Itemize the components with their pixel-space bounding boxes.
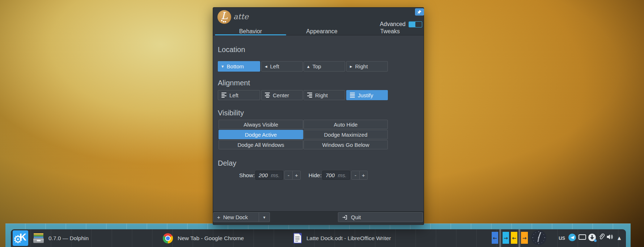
tab-appearance[interactable]: Appearance (286, 27, 357, 35)
task-title: 0.7.0 — Dolphin (48, 235, 89, 242)
tray-expander-up-icon[interactable]: ▲ (618, 235, 621, 240)
location-top-label: Top (313, 63, 321, 69)
quit-exit-icon (342, 214, 348, 220)
location-right-button[interactable]: ▸ Right (346, 61, 388, 72)
app-title: atte (233, 12, 249, 21)
latte-logo-dot (225, 21, 226, 22)
hide-delay-unit: ms. (338, 172, 347, 178)
pager-divider (499, 229, 501, 247)
archive-strip (34, 233, 43, 235)
display-icon[interactable] (579, 234, 586, 240)
window-footer: + New Dock ▾ Quit (213, 211, 424, 225)
arrow-right-icon: → (522, 235, 527, 240)
latte-settings-window: L atte Advanced Behavior Appearance Twea… (213, 7, 424, 225)
plus-icon: + (217, 214, 220, 220)
align-center-label: Center (273, 92, 289, 98)
quit-button[interactable]: Quit (338, 212, 423, 222)
latte-logo-dot (221, 20, 223, 21)
archive-handle (37, 240, 41, 242)
location-left-button[interactable]: ◂ Left (261, 61, 303, 72)
libreoffice-writer-icon (293, 233, 302, 243)
analog-clock[interactable] (531, 230, 547, 246)
archive-strip (34, 235, 43, 237)
show-delay-label: Show: (235, 172, 255, 179)
hide-delay-decrease-button[interactable]: - (352, 171, 359, 179)
visibility-windows-go-below-button[interactable]: Windows Go Below (304, 140, 388, 149)
hide-delay-label: Hide: (304, 172, 322, 179)
volume-icon[interactable] (606, 234, 614, 241)
latte-dock-panel: ⚙ K 0.7.0 — Dolphin New Tab - Google Chr… (11, 229, 626, 247)
latte-logo-icon: L (217, 10, 231, 24)
taskbar-item-dolphin[interactable]: 0.7.0 — Dolphin (33, 229, 89, 247)
align-center-button[interactable]: Center (261, 90, 303, 100)
align-left-icon (221, 93, 226, 98)
triangle-right-icon: ▸ (350, 64, 352, 69)
page-fold (298, 233, 301, 236)
pin-window-button[interactable] (415, 8, 424, 16)
location-section-title: Location (218, 46, 245, 54)
clock-face-icon (531, 230, 547, 246)
align-left-button[interactable]: Left (218, 90, 260, 100)
visibility-dodge-all-windows-button[interactable]: Dodge All Windows (219, 140, 303, 149)
show-delay-decrease-button[interactable]: - (285, 171, 292, 179)
hide-delay-input[interactable]: 700 ms. (322, 171, 350, 180)
hide-delay-value: 700 (326, 172, 335, 178)
arrow-right-icon: → (504, 235, 508, 240)
location-bottom-button[interactable]: ▾ Bottom (218, 61, 260, 72)
tab-tweaks[interactable]: Tweaks (357, 27, 423, 35)
quit-label: Quit (351, 214, 361, 220)
align-right-icon (307, 93, 312, 98)
application-launcher-button[interactable]: ⚙ K (13, 230, 28, 246)
text-line (295, 239, 300, 240)
text-line (295, 237, 300, 237)
show-delay-increase-button[interactable]: + (293, 171, 300, 179)
align-center-icon (265, 93, 270, 98)
download-icon[interactable] (588, 234, 596, 241)
visibility-auto-hide-button[interactable]: Auto Hide (304, 120, 388, 129)
telegram-icon[interactable] (568, 234, 576, 241)
new-dock-button[interactable]: + New Dock (213, 213, 259, 222)
visibility-always-visible-button[interactable]: Always Visible (219, 120, 303, 129)
toggle-knob (415, 21, 422, 27)
show-delay-input[interactable]: 200 ms. (255, 171, 283, 180)
align-justify-button[interactable]: Justify (346, 90, 388, 100)
text-line (295, 238, 300, 239)
align-right-button[interactable]: Right (304, 90, 345, 100)
archive-icon (33, 233, 44, 243)
archive-strip (34, 237, 43, 238)
taskbar-item-libreoffice-writer[interactable]: Latte Dock.odt - LibreOffice Writer (293, 229, 391, 247)
pager-desktop-2[interactable]: → (503, 232, 509, 244)
paperclip-icon[interactable] (598, 234, 605, 242)
location-bottom-label: Bottom (227, 63, 244, 69)
pager-divider (518, 229, 520, 247)
triangle-left-icon: ◂ (265, 64, 267, 69)
notification-dot (594, 239, 597, 242)
window-header: L atte Advanced Behavior Appearance Twea… (213, 8, 424, 35)
desktop-wallpaper: L atte Advanced Behavior Appearance Twea… (0, 0, 644, 247)
triangle-up-icon: ▴ (307, 64, 310, 69)
paperclip-glyph (598, 234, 605, 240)
show-delay-unit: ms. (271, 172, 280, 178)
arrow-left-icon: ← (493, 235, 497, 240)
taskbar-item-chrome[interactable]: New Tab - Google Chrome (163, 229, 244, 247)
pager-desktop-1[interactable]: ← (492, 232, 498, 244)
keyboard-layout-indicator[interactable]: us (559, 234, 565, 242)
new-dock-button-group: + New Dock ▾ (213, 212, 270, 222)
visibility-dodge-maximized-button[interactable]: Dodge Maximized (304, 130, 388, 139)
pager-desktop-4[interactable]: → (521, 232, 528, 244)
advanced-toggle[interactable] (408, 21, 422, 27)
speaker-glyph (606, 234, 614, 240)
pager-desktop-3[interactable]: ← (511, 232, 517, 244)
location-top-button[interactable]: ▴ Top (304, 61, 345, 72)
align-justify-icon (350, 93, 355, 98)
hide-delay-stepper: - + (351, 171, 368, 180)
hide-delay-increase-button[interactable]: + (360, 171, 367, 179)
visibility-dodge-active-button[interactable]: Dodge Active (219, 130, 303, 139)
task-title: Latte Dock.odt - LibreOffice Writer (306, 235, 391, 242)
latte-logo-dot (223, 21, 224, 22)
new-dock-label: New Dock (223, 214, 248, 220)
kde-k-icon: K (20, 232, 27, 243)
alignment-section-title: Alignment (218, 79, 250, 87)
behavior-tab-content: Location ▾ Bottom ◂ Left ▴ Top ▸ Right (213, 35, 424, 211)
new-dock-dropdown-button[interactable]: ▾ (259, 213, 270, 222)
